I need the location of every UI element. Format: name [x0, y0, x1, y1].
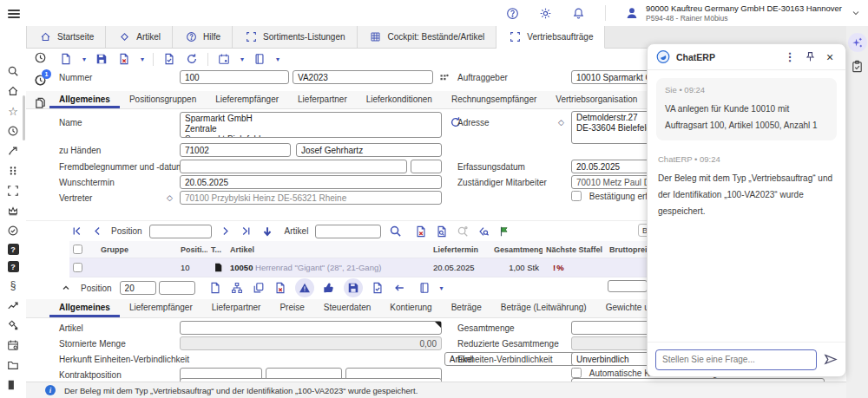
- legal-paragraph-icon[interactable]: §: [6, 278, 20, 292]
- artikel-search-input[interactable]: [315, 225, 381, 238]
- tab-hilfe[interactable]: Hilfe: [173, 26, 233, 48]
- tab-vertriebsauftraege[interactable]: Vertriebsaufträge: [496, 26, 605, 49]
- form-print-icon[interactable]: [418, 281, 431, 295]
- search-attributes-icon[interactable]: [477, 225, 490, 238]
- row-checkbox[interactable]: [73, 263, 82, 272]
- matchcode-icon[interactable]: [437, 71, 451, 85]
- wunschtermin-input[interactable]: [180, 175, 442, 189]
- jump-down-icon[interactable]: [260, 225, 274, 238]
- chevron-down-icon[interactable]: [849, 6, 863, 20]
- vertreter-input[interactable]: [180, 191, 442, 205]
- table-footer-input[interactable]: [608, 280, 648, 292]
- save-icon[interactable]: [95, 52, 108, 66]
- duplicate-position-icon[interactable]: [252, 281, 266, 295]
- col-gesamtmenge[interactable]: Gesamtmenge: [490, 245, 542, 254]
- name-textarea[interactable]: Sparmarkt GmbH Zentrale Sparmarkt Bielef…: [180, 112, 442, 138]
- approval-check-icon[interactable]: [6, 224, 20, 238]
- clipboard-check-icon[interactable]: [851, 59, 865, 73]
- next-position-icon[interactable]: [219, 225, 233, 238]
- dropdown-caret-icon[interactable]: ▾: [82, 55, 86, 63]
- statistics-icon[interactable]: [6, 298, 20, 312]
- tab-allgemeines[interactable]: Allgemeines: [49, 91, 120, 108]
- send-icon[interactable]: [824, 353, 838, 367]
- ai-assistant-sparkle-icon[interactable]: [848, 33, 867, 52]
- home-icon[interactable]: [6, 84, 20, 98]
- bestaetigung-checkbox[interactable]: [571, 191, 582, 201]
- link-diamond-icon[interactable]: ◇: [558, 118, 564, 127]
- auction-gavel-icon[interactable]: [6, 318, 20, 332]
- dropdown-caret-icon[interactable]: ▾: [276, 55, 279, 63]
- new-document-icon[interactable]: [59, 52, 73, 66]
- user-account[interactable]: 90000 Kauftreu Germany GmbH DE-30163 Han…: [625, 3, 863, 23]
- delete-position-icon[interactable]: [414, 225, 428, 238]
- archive-icon[interactable]: [6, 378, 20, 392]
- premium-crown-icon[interactable]: [6, 204, 20, 218]
- refresh-icon[interactable]: [185, 52, 199, 66]
- fremdbelegnummer-input[interactable]: [180, 160, 407, 173]
- previous-position-icon[interactable]: [90, 225, 104, 238]
- position-sub-input[interactable]: [159, 281, 195, 295]
- search-icon[interactable]: [388, 225, 402, 238]
- tab-pos-kontierung[interactable]: Kontierung: [380, 299, 441, 317]
- select-all-checkbox[interactable]: [73, 245, 82, 254]
- auftragsart-input[interactable]: [293, 70, 433, 84]
- history-icon[interactable]: [6, 124, 20, 138]
- pending-items-icon[interactable]: 1: [33, 73, 47, 87]
- last-position-icon[interactable]: [240, 225, 253, 238]
- col-artikel[interactable]: Artikel: [227, 245, 430, 254]
- dropdown-caret-icon[interactable]: ▾: [240, 55, 244, 63]
- dropdown-caret-icon[interactable]: ▾: [141, 55, 144, 63]
- sidebar-scrollbar[interactable]: [23, 95, 25, 140]
- quick-launch-icon[interactable]: [6, 144, 20, 158]
- copy-icon[interactable]: [33, 95, 47, 109]
- pin-icon[interactable]: [803, 50, 817, 64]
- hierarchy-icon[interactable]: [230, 281, 244, 295]
- artikel-input[interactable]: [180, 321, 442, 335]
- documents-folder-icon[interactable]: [6, 358, 20, 372]
- tab-pos-allgemeines[interactable]: Allgemeines: [49, 299, 120, 317]
- planning-calendar-icon[interactable]: [6, 338, 20, 352]
- search-icon[interactable]: [6, 64, 20, 78]
- zu-haenden-nr-input[interactable]: [180, 143, 291, 157]
- fremdbelegdatum-input[interactable]: [411, 160, 442, 173]
- col-naechste-staffel[interactable]: Nächste Staffel: [542, 245, 606, 254]
- calendar-icon[interactable]: [217, 52, 231, 66]
- more-options-icon[interactable]: ⋮: [783, 50, 797, 64]
- tab-lieferempfaenger[interactable]: Lieferempfänger: [206, 91, 288, 108]
- collapse-chevron-icon[interactable]: [59, 281, 73, 295]
- new-position-icon[interactable]: [208, 281, 222, 295]
- chat-input[interactable]: [655, 349, 817, 370]
- delete-position-icon[interactable]: [273, 281, 287, 295]
- tab-pos-preise[interactable]: Preise: [270, 299, 313, 317]
- flag-icon[interactable]: [497, 225, 511, 238]
- check-position-icon[interactable]: [371, 281, 385, 295]
- tab-pos-betraege[interactable]: Beträge: [442, 299, 491, 317]
- tab-pos-lieferempfaenger[interactable]: Lieferempfänger: [120, 299, 202, 317]
- position-search-input[interactable]: [149, 225, 212, 238]
- back-arrow-icon[interactable]: [392, 281, 406, 295]
- notifications-bell-icon[interactable]: [572, 6, 586, 20]
- col-position[interactable]: Positi...: [177, 245, 207, 254]
- delete-document-icon[interactable]: [117, 52, 131, 66]
- tab-cockpit-bestaende-artikel[interactable]: Cockpit: Bestände/Artikel: [358, 26, 497, 48]
- tab-artikel[interactable]: Artikel: [106, 26, 173, 48]
- settings-gear-icon[interactable]: [539, 6, 553, 20]
- nummer-input[interactable]: [180, 70, 289, 84]
- form-print-icon[interactable]: [253, 52, 266, 66]
- tab-pos-betraege-leitwaehrung[interactable]: Beträge (Leitwährung): [491, 299, 596, 317]
- col-gruppe[interactable]: Gruppe: [97, 245, 177, 254]
- col-liefertermin[interactable]: Liefertermin: [430, 245, 490, 254]
- tab-lieferpartner[interactable]: Lieferpartner: [288, 91, 357, 108]
- warning-highlight[interactable]: [295, 278, 314, 297]
- auto-kontrakt-checkbox[interactable]: [571, 368, 582, 378]
- check-document-icon[interactable]: [162, 52, 176, 66]
- tab-vertriebsorganisation[interactable]: Vertriebsorganisation: [546, 91, 647, 108]
- save-highlight[interactable]: [344, 278, 363, 297]
- recent-history-icon[interactable]: [33, 50, 47, 64]
- tab-pos-steuerdaten[interactable]: Steuerdaten: [314, 299, 381, 317]
- tab-startseite[interactable]: Startseite: [26, 26, 106, 48]
- link-diamond-icon[interactable]: ◇: [167, 193, 173, 202]
- thumbs-up-icon[interactable]: [322, 281, 336, 295]
- close-icon[interactable]: ×: [823, 50, 837, 64]
- tab-pos-lieferpartner[interactable]: Lieferpartner: [202, 299, 271, 317]
